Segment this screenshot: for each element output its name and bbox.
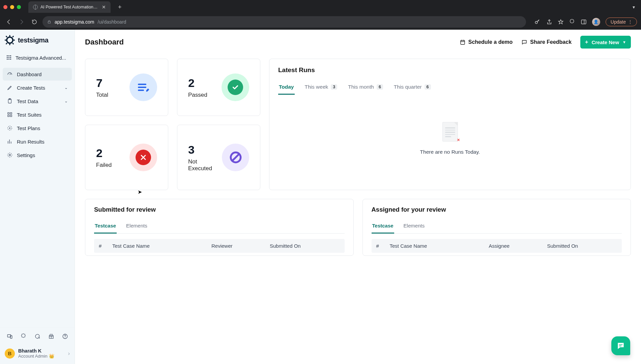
stat-card-failed[interactable]: 2 Failed — [85, 125, 168, 190]
share-icon[interactable] — [546, 19, 552, 25]
assigned-tab-testcase[interactable]: Testcase — [372, 219, 394, 234]
sidebar-item-label: Dashboard — [17, 71, 41, 77]
runs-tab-label: Today — [279, 84, 294, 90]
runs-tab-label: This week — [305, 84, 328, 90]
gift-icon[interactable] — [46, 331, 56, 341]
runs-tab-week[interactable]: This week3 — [304, 81, 338, 95]
x-circle-icon — [129, 144, 157, 171]
brand[interactable]: testsigma — [0, 30, 75, 50]
svg-rect-4 — [9, 43, 10, 45]
count-badge: 6 — [377, 84, 383, 90]
globe-icon — [33, 5, 38, 9]
devices-icon[interactable] — [5, 331, 14, 341]
col-submitted-on: Submitted On — [547, 243, 617, 249]
col-reviewer: Reviewer — [211, 243, 270, 249]
stat-total-value: 7 — [96, 77, 108, 90]
sidebar-item-create-tests[interactable]: Create Tests ⌄ — [3, 81, 72, 94]
address-bar[interactable]: app.testsigma.com/ui/dashboard — [42, 16, 526, 28]
prohibited-icon — [222, 144, 249, 171]
svg-rect-10 — [12, 43, 14, 44]
project-picker[interactable]: Testsigma Advanced... — [3, 52, 71, 64]
chevron-down-icon: ⌄ — [64, 85, 68, 90]
sidebar-nav: Dashboard Create Tests ⌄ Test Data ⌄ Tes… — [0, 67, 75, 163]
svg-rect-28 — [619, 345, 622, 346]
page-title: Dashboard — [85, 38, 124, 47]
user-avatar: B — [5, 348, 15, 359]
runs-tab-month[interactable]: This month6 — [347, 81, 384, 95]
sidebar-item-test-data[interactable]: Test Data ⌄ — [3, 95, 72, 108]
key-icon[interactable] — [534, 19, 541, 25]
minimize-window-icon[interactable] — [10, 5, 14, 9]
back-button[interactable] — [4, 17, 13, 27]
stat-card-not-executed[interactable]: 3 Not Executed — [177, 125, 260, 190]
schedule-demo-label: Schedule a demo — [468, 39, 513, 45]
sidebar-item-settings[interactable]: Settings — [3, 149, 72, 161]
schedule-demo-button[interactable]: Schedule a demo — [460, 39, 513, 45]
share-feedback-button[interactable]: Share Feedback — [521, 39, 572, 45]
svg-rect-1 — [581, 20, 586, 24]
close-tab-icon[interactable]: ✕ — [102, 4, 106, 10]
extensions-icon[interactable] — [569, 19, 575, 25]
stat-card-passed[interactable]: 2 Passed — [177, 59, 260, 116]
sync-icon[interactable] — [32, 331, 42, 341]
main-content: Dashboard Schedule a demo Share Feedback… — [75, 30, 641, 364]
update-button[interactable]: Update⋮ — [606, 18, 637, 26]
stat-notexec-value: 3 — [188, 143, 222, 156]
close-window-icon[interactable] — [3, 5, 7, 9]
submitted-for-review-card: Submitted for review Testcase Elements #… — [85, 199, 354, 256]
clipboard-icon — [7, 98, 13, 104]
submitted-tab-elements[interactable]: Elements — [125, 219, 148, 233]
gauge-icon — [7, 71, 13, 77]
col-assignee: Assignee — [489, 243, 547, 249]
svg-point-2 — [7, 37, 13, 43]
svg-rect-15 — [8, 115, 9, 117]
browser-chrome: AI Powered Test Automation Pl ✕ + ▾ app.… — [0, 0, 641, 30]
user-name: Bharath K — [18, 348, 54, 354]
arrow-right-icon — [19, 19, 25, 25]
chat-icon — [521, 39, 527, 45]
help-icon[interactable] — [60, 331, 70, 341]
tabs-dropdown-icon[interactable]: ▾ — [633, 4, 635, 10]
profile-avatar[interactable]: 👤 — [592, 18, 600, 26]
runs-tab-today[interactable]: Today — [278, 81, 295, 95]
svg-rect-3 — [9, 35, 10, 37]
runs-tab-quarter[interactable]: This quarter6 — [393, 81, 432, 95]
sidebar-item-dashboard[interactable]: Dashboard — [3, 68, 72, 81]
latest-runs-card: Latest Runs Today This week3 This month6… — [269, 59, 631, 190]
browser-tab-title: AI Powered Test Automation Pl — [40, 5, 98, 9]
apps-icon — [7, 55, 12, 61]
assigned-tab-elements[interactable]: Elements — [403, 219, 426, 233]
empty-document-icon: ✕ — [442, 122, 458, 142]
create-new-button[interactable]: + Create New ▼ — [580, 36, 631, 49]
sidebar-item-run-results[interactable]: Run Results — [3, 135, 72, 148]
kebab-icon: ⋮ — [628, 19, 633, 25]
new-tab-button[interactable]: + — [115, 2, 124, 12]
stat-card-total[interactable]: 7 Total — [85, 59, 168, 116]
maximize-window-icon[interactable] — [17, 5, 21, 9]
svg-rect-13 — [8, 113, 9, 114]
url-path: /ui/dashboard — [98, 19, 126, 25]
sidebar-item-test-plans[interactable]: Test Plans — [3, 122, 72, 134]
sidepanel-icon[interactable] — [581, 19, 587, 25]
window-controls — [3, 5, 21, 9]
stat-total-label: Total — [96, 92, 108, 98]
svg-rect-16 — [10, 115, 12, 117]
user-profile-row[interactable]: B Bharath K Account Admin👑 › — [0, 345, 75, 364]
share-feedback-label: Share Feedback — [530, 39, 572, 45]
plugin-icon[interactable] — [19, 331, 28, 341]
submitted-table-header: # Test Case Name Reviewer Submitted On — [94, 239, 345, 253]
forward-button[interactable] — [17, 17, 26, 27]
submitted-title: Submitted for review — [94, 206, 345, 213]
star-icon[interactable] — [558, 19, 564, 25]
submitted-tab-testcase[interactable]: Testcase — [94, 219, 117, 234]
stat-failed-label: Failed — [96, 162, 112, 169]
reload-button[interactable] — [30, 17, 39, 27]
browser-tab[interactable]: AI Powered Test Automation Pl ✕ — [28, 1, 111, 13]
lock-icon — [47, 20, 51, 24]
runs-tab-label: This quarter — [394, 84, 422, 90]
chat-widget-button[interactable] — [611, 336, 630, 355]
svg-point-0 — [535, 21, 537, 24]
sidebar-item-test-suites[interactable]: Test Suites — [3, 108, 72, 121]
check-circle-icon — [222, 73, 249, 101]
chevron-right-icon: › — [68, 351, 70, 357]
